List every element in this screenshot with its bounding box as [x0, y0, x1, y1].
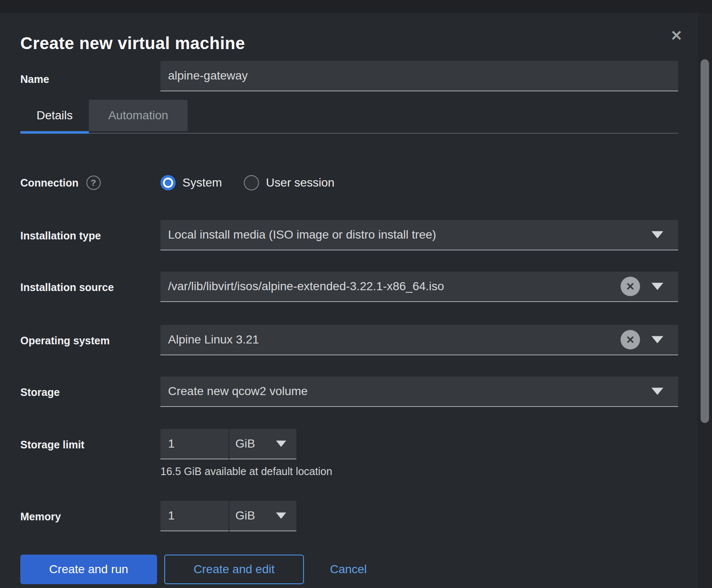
- installation-source-label: Installation source: [20, 281, 114, 294]
- create-vm-dialog: Create new virtual machine ✕ Name Detail…: [0, 13, 712, 588]
- clear-button[interactable]: ✕: [621, 277, 640, 296]
- memory-unit-value: GiB: [235, 509, 255, 522]
- close-icon: ✕: [671, 27, 683, 44]
- connection-label: Connection: [20, 177, 79, 189]
- storage-limit-unit-value: GiB: [235, 437, 255, 451]
- dialog-title: Create new virtual machine: [20, 34, 245, 53]
- tab-automation-label: Automation: [108, 109, 168, 122]
- caret-down-icon: [276, 513, 286, 519]
- storage-select[interactable]: Create new qcow2 volume: [160, 376, 678, 407]
- help-icon-glyph: ?: [91, 178, 96, 188]
- installation-type-label: Installation type: [20, 230, 101, 242]
- tabs-divider: [20, 133, 678, 134]
- radio-option-user-session[interactable]: User session: [244, 175, 334, 190]
- installation-source-input[interactable]: /var/lib/libvirt/isos/alpine-extended-3.…: [160, 272, 678, 302]
- storage-value: Create new qcow2 volume: [168, 385, 308, 398]
- scrollbar-thumb[interactable]: [701, 59, 709, 423]
- tab-details[interactable]: Details: [20, 100, 89, 131]
- caret-down-icon[interactable]: [651, 283, 663, 290]
- connection-label-row: Connection ?: [20, 176, 101, 190]
- storage-label: Storage: [20, 386, 60, 398]
- radio-system-label: System: [182, 176, 222, 190]
- caret-down-icon[interactable]: [651, 336, 663, 343]
- caret-down-icon: [276, 441, 286, 447]
- tab-details-label: Details: [36, 109, 73, 122]
- caret-down-icon: [651, 388, 663, 395]
- storage-limit-unit-select[interactable]: GiB: [229, 429, 296, 459]
- tabs: Details Automation: [20, 100, 678, 134]
- clear-icon: ✕: [626, 280, 635, 293]
- radio-unselected-icon[interactable]: [244, 175, 259, 190]
- storage-limit-input[interactable]: [160, 429, 229, 459]
- create-and-run-button[interactable]: Create and run: [20, 555, 157, 584]
- operating-system-label: Operating system: [20, 335, 110, 347]
- radio-selected-icon[interactable]: [160, 175, 176, 190]
- radio-option-system[interactable]: System: [160, 175, 222, 190]
- clear-icon: ✕: [626, 334, 635, 346]
- active-tab-underline: [20, 131, 89, 134]
- radio-user-session-label: User session: [266, 176, 334, 190]
- cancel-button[interactable]: Cancel: [325, 555, 372, 584]
- name-input[interactable]: [160, 61, 678, 91]
- storage-limit-label: Storage limit: [20, 439, 84, 451]
- caret-down-icon: [651, 231, 663, 239]
- screen: Create new virtual machine ✕ Name Detail…: [0, 0, 712, 588]
- installation-source-value: /var/lib/libvirt/isos/alpine-extended-3.…: [168, 280, 444, 293]
- memory-input[interactable]: [160, 501, 229, 531]
- clear-button[interactable]: ✕: [621, 330, 640, 349]
- memory-unit-select[interactable]: GiB: [229, 501, 296, 531]
- installation-type-select[interactable]: Local install media (ISO image or distro…: [160, 220, 678, 250]
- tab-automation[interactable]: Automation: [89, 100, 188, 131]
- close-button[interactable]: ✕: [665, 25, 687, 47]
- help-icon[interactable]: ?: [86, 176, 101, 190]
- storage-available-helper: 16.5 GiB available at default location: [160, 465, 332, 478]
- scrollbar-track[interactable]: [698, 13, 712, 588]
- create-and-edit-button[interactable]: Create and edit: [164, 555, 304, 584]
- operating-system-value: Alpine Linux 3.21: [168, 333, 259, 346]
- connection-radio-group: System User session: [160, 175, 334, 190]
- operating-system-input[interactable]: Alpine Linux 3.21 ✕: [160, 325, 678, 355]
- memory-label: Memory: [20, 511, 61, 523]
- installation-type-value: Local install media (ISO image or distro…: [168, 228, 436, 242]
- name-label: Name: [20, 73, 49, 85]
